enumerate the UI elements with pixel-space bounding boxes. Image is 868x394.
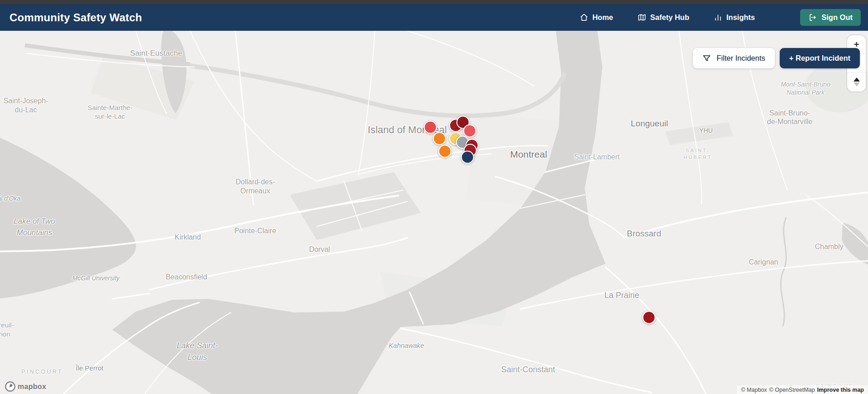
nav-label-home: Home	[592, 13, 613, 22]
map-attribution: © Mapbox © OpenStreetMap Improve this ma…	[737, 385, 868, 394]
map-place-label: Lake of Two	[14, 217, 55, 226]
compass-button[interactable]	[847, 72, 866, 91]
map-place-label: Saint-Lambert	[574, 153, 620, 161]
map-place-label: McGill University	[72, 274, 119, 282]
incident-marker[interactable]	[461, 151, 474, 164]
map-place-label: Saint-Joseph-	[4, 97, 48, 105]
filter-incidents-label: Filter Incidents	[716, 54, 765, 62]
mapbox-icon	[5, 381, 16, 392]
window-top-strip	[0, 0, 868, 4]
map-place-label: Carignan	[749, 258, 778, 266]
home-icon	[580, 13, 588, 22]
nav-item-home[interactable]: Home	[580, 13, 613, 22]
map-place-label: Brossard	[627, 229, 661, 239]
filter-incidents-button[interactable]: Filter Incidents	[693, 48, 774, 68]
map-place-label: du-Lac	[15, 106, 37, 114]
map-place-label: Lake Saint-	[176, 341, 218, 351]
nav-item-safety-hub[interactable]: Safety Hub	[638, 13, 689, 22]
map-place-label: Ormeaux	[240, 187, 270, 195]
bar-chart-icon	[714, 13, 722, 22]
map-place-label: Chambly	[815, 243, 843, 251]
map-place-label: PINCOURT	[21, 368, 63, 375]
map-place-label: Île Perrot	[76, 364, 104, 372]
header-nav: Home Safety Hub Insights Sign Out	[580, 9, 861, 26]
map-place-label: Dorval	[309, 245, 330, 254]
attribution-mapbox-link[interactable]: © Mapbox	[741, 387, 767, 393]
app-title: Community Safety Watch	[10, 11, 142, 24]
incident-marker[interactable]	[643, 311, 656, 324]
map-place-label: Dollard-des-	[235, 178, 275, 186]
map-place-label: nal d'Oka	[0, 195, 20, 202]
attribution-osm-link[interactable]: © OpenStreetMap	[769, 387, 815, 393]
map-place-label: Montreal	[510, 149, 547, 160]
incident-marker[interactable]	[463, 125, 477, 138]
map-place-label: Louis	[187, 353, 207, 362]
mapbox-logo[interactable]: mapbox	[5, 381, 46, 392]
incident-marker[interactable]	[433, 132, 446, 145]
nav-item-insights[interactable]: Insights	[714, 13, 755, 22]
map-place-label: Kirkland	[175, 233, 201, 241]
nav-label-insights: Insights	[726, 13, 755, 22]
map-icon	[638, 13, 646, 22]
app-header: Community Safety Watch Home Safety Hub I…	[0, 4, 868, 31]
map-place-label: Mountains	[17, 228, 52, 237]
compass-down-icon	[854, 82, 860, 86]
map-place-label: National Park	[787, 89, 825, 96]
sign-out-button[interactable]: Sign Out	[800, 9, 861, 26]
logout-icon	[808, 13, 817, 22]
map-place-label: Longueuil	[631, 119, 668, 129]
incident-marker[interactable]	[424, 121, 437, 134]
map-place-label: Mont-Saint-Bruno	[781, 81, 830, 88]
compass-up-icon	[854, 77, 860, 82]
map-place-label: HUBERT	[683, 154, 712, 160]
incident-marker[interactable]	[439, 145, 452, 158]
funnel-icon	[702, 54, 711, 62]
map-place-label: La Prairie	[604, 291, 639, 300]
map-place-label: YHU	[699, 127, 713, 134]
map-place-label: Beaconsfield	[166, 273, 207, 281]
map-place-label: Sainte-Marthe-	[87, 104, 132, 111]
map-place-label: SAINT-	[686, 148, 710, 153]
map-place-label: Saint-Bruno-	[769, 109, 810, 117]
nav-label-safety-hub: Safety Hub	[650, 13, 689, 22]
map-place-label: Pointe-Claire	[234, 227, 276, 235]
mapbox-wordmark: mapbox	[18, 383, 46, 391]
map-place-label: Saint-Eustache	[130, 49, 182, 58]
map-place-label: Saint-Constant	[501, 365, 555, 375]
improve-this-map-link[interactable]: Improve this map	[817, 387, 864, 393]
map-place-label: de-Montarville	[767, 118, 812, 126]
map-place-label: reuil-	[0, 321, 14, 329]
map-place-label: rion	[0, 330, 10, 338]
map[interactable]: Saint-EustacheSaint-Joseph-du-LacSainte-…	[0, 0, 868, 394]
map-place-label: Kahnawake	[389, 341, 424, 349]
report-incident-button[interactable]: + Report Incident	[780, 48, 860, 68]
sign-out-label: Sign Out	[821, 13, 853, 22]
map-place-label: sur-le-Lac	[95, 112, 125, 120]
